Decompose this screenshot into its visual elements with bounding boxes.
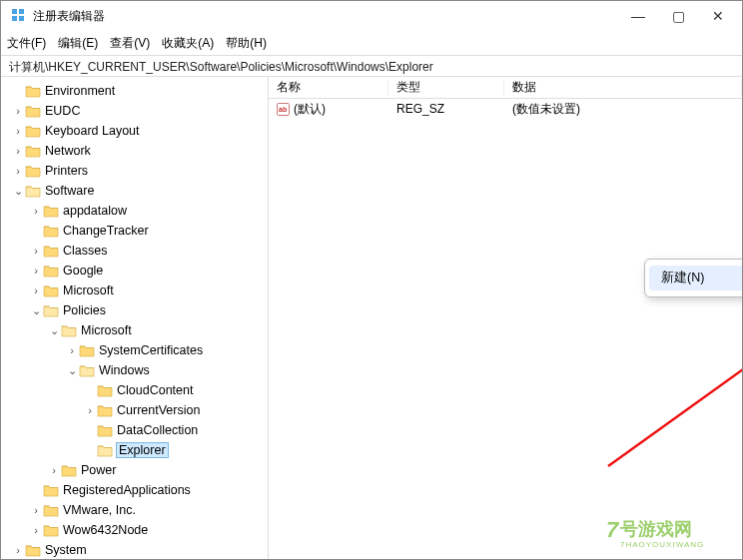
tree-item[interactable]: ›CurrentVersion: [83, 400, 268, 420]
tree-item[interactable]: ›RegisteredApplications: [29, 480, 268, 500]
tree-item-label: System: [45, 543, 87, 557]
list-row[interactable]: ab(默认)REG_SZ(数值未设置): [269, 99, 742, 119]
tree-item[interactable]: ›SystemCertificates: [65, 340, 268, 360]
tree-item[interactable]: ›Keyboard Layout: [11, 121, 268, 141]
tree-item[interactable]: ›Power: [47, 460, 268, 480]
folder-icon: [79, 343, 95, 357]
svg-text:7HAOYOUXIWANG: 7HAOYOUXIWANG: [620, 540, 704, 549]
chevron-right-icon[interactable]: ›: [29, 265, 43, 277]
tree-item[interactable]: ⌄Policies: [29, 300, 268, 320]
tree-item[interactable]: ⌄Windows: [65, 360, 268, 380]
folder-icon: [25, 104, 41, 118]
folder-icon: [25, 84, 41, 98]
tree-item-label: Environment: [45, 84, 115, 98]
tree-item-label: Microsoft: [81, 323, 132, 337]
tree-item-label: VMware, Inc.: [63, 503, 136, 517]
chevron-right-icon[interactable]: ›: [29, 284, 43, 296]
col-name[interactable]: 名称: [269, 79, 388, 96]
tree-item[interactable]: ›Network: [11, 141, 268, 161]
watermark: 7 号游戏网 7HAOYOUXIWANG: [590, 511, 740, 557]
list-pane[interactable]: 名称 类型 数据 ab(默认)REG_SZ(数值未设置) 新建(N) › 项(K…: [269, 77, 742, 559]
chevron-right-icon[interactable]: ›: [11, 125, 25, 137]
folder-icon: [97, 423, 113, 437]
svg-text:7: 7: [606, 517, 620, 542]
tree-item[interactable]: ›EUDC: [11, 101, 268, 121]
tree-item-label: Network: [45, 144, 91, 158]
svg-line-6: [608, 351, 743, 466]
chevron-right-icon[interactable]: ›: [11, 105, 25, 117]
tree-item-label: ChangeTracker: [63, 224, 149, 238]
folder-icon: [43, 244, 59, 258]
tree-item-label: Keyboard Layout: [45, 124, 140, 138]
tree-item[interactable]: ›Printers: [11, 161, 268, 181]
menu-item-new[interactable]: 新建(N) ›: [649, 266, 743, 290]
close-button[interactable]: ✕: [698, 1, 738, 31]
col-type[interactable]: 类型: [388, 79, 504, 96]
chevron-down-icon[interactable]: ⌄: [47, 324, 61, 337]
folder-icon: [43, 204, 59, 218]
tree-item[interactable]: ›Microsoft: [29, 280, 268, 300]
tree-item-label: Software: [45, 184, 94, 198]
chevron-right-icon[interactable]: ›: [47, 464, 61, 476]
tree-item[interactable]: ›Wow6432Node: [29, 520, 268, 540]
tree-item[interactable]: ›Explorer: [83, 440, 268, 460]
menu-view[interactable]: 查看(V): [110, 35, 150, 52]
tree-item-label: RegisteredApplications: [63, 483, 191, 497]
tree-item[interactable]: ›CloudContent: [83, 380, 268, 400]
chevron-down-icon[interactable]: ⌄: [65, 364, 79, 377]
folder-icon: [25, 543, 41, 557]
tree-pane[interactable]: ›Environment›EUDC›Keyboard Layout›Networ…: [1, 77, 269, 559]
menu-favorites[interactable]: 收藏夹(A): [162, 35, 214, 52]
chevron-down-icon[interactable]: ⌄: [11, 185, 25, 198]
chevron-right-icon[interactable]: ›: [29, 504, 43, 516]
tree-item[interactable]: ›DataCollection: [83, 420, 268, 440]
chevron-right-icon[interactable]: ›: [11, 145, 25, 157]
chevron-right-icon[interactable]: ›: [11, 544, 25, 556]
folder-icon: [61, 323, 77, 337]
maximize-button[interactable]: ▢: [658, 1, 698, 31]
chevron-right-icon[interactable]: ›: [83, 404, 97, 416]
folder-icon: [25, 164, 41, 178]
list-header: 名称 类型 数据: [269, 77, 742, 99]
folder-icon: [43, 264, 59, 278]
tree-item-label: Windows: [99, 363, 150, 377]
tree-item[interactable]: ›Classes: [29, 241, 268, 261]
col-data[interactable]: 数据: [504, 79, 742, 96]
tree-item[interactable]: ⌄Microsoft: [47, 320, 268, 340]
menu-edit[interactable]: 编辑(E): [58, 35, 98, 52]
chevron-right-icon[interactable]: ›: [29, 205, 43, 217]
context-menu-new: 新建(N) ›: [644, 259, 743, 297]
tree-item[interactable]: ⌄Software: [11, 181, 268, 201]
menu-file[interactable]: 文件(F): [7, 35, 46, 52]
tree-item[interactable]: ›ChangeTracker: [29, 221, 268, 241]
tree-item[interactable]: ›appdatalow: [29, 201, 268, 221]
title-text: 注册表编辑器: [33, 8, 105, 25]
chevron-right-icon[interactable]: ›: [29, 524, 43, 536]
minimize-button[interactable]: —: [618, 1, 658, 31]
tree-item-label: CurrentVersion: [117, 403, 200, 417]
chevron-right-icon[interactable]: ›: [11, 165, 25, 177]
tree-item-label: Microsoft: [63, 283, 114, 297]
tree-item-label: DataCollection: [117, 423, 198, 437]
tree-item-label: Power: [81, 463, 116, 477]
folder-icon: [25, 144, 41, 158]
title-bar: 注册表编辑器 — ▢ ✕: [1, 1, 742, 31]
menu-help[interactable]: 帮助(H): [226, 35, 267, 52]
tree-item-label: Classes: [63, 244, 107, 258]
chevron-down-icon[interactable]: ⌄: [29, 304, 43, 317]
chevron-right-icon[interactable]: ›: [29, 245, 43, 257]
tree-item[interactable]: ›Google: [29, 261, 268, 280]
tree-item[interactable]: ›Environment: [11, 81, 268, 101]
tree-item[interactable]: ›System: [11, 540, 268, 559]
address-bar[interactable]: 计算机\HKEY_CURRENT_USER\Software\Policies\…: [1, 55, 742, 77]
tree-item-label: Printers: [45, 164, 88, 178]
tree-item-label: Google: [63, 264, 103, 278]
tree-item[interactable]: ›VMware, Inc.: [29, 500, 268, 520]
folder-icon: [25, 124, 41, 138]
folder-icon: [25, 184, 41, 198]
folder-icon: [97, 383, 113, 397]
chevron-right-icon[interactable]: ›: [65, 344, 79, 356]
app-icon: [11, 8, 27, 24]
svg-rect-0: [12, 9, 17, 14]
svg-rect-1: [19, 9, 24, 14]
